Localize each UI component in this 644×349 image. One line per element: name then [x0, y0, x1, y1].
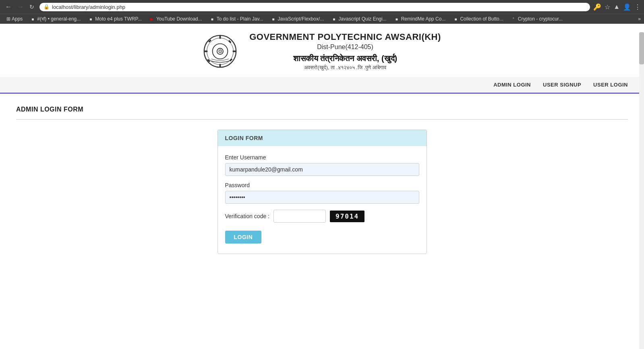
card-body: Enter Username Password Verification cod… — [218, 146, 427, 254]
apps-label: Apps — [12, 16, 23, 22]
card-header: LOGIN FORM — [218, 130, 427, 146]
site-nav: ADMIN LOGIN USER SIGNUP USER LOGIN — [0, 77, 644, 94]
bookmark-label-bk1: #(ৰf) • general-eng... — [37, 16, 81, 22]
logo-area: ⚙ — [203, 34, 237, 68]
back-button[interactable]: ← — [3, 2, 14, 11]
favicon-bk8: ■ — [453, 16, 458, 22]
browser-icons: 🔑 ☆ ▲ 👤 ⋮ — [593, 3, 641, 11]
address-bar[interactable]: 🔒 localhost/library/adminlogin.php — [39, 3, 590, 11]
bookmark-bk6[interactable]: ■ Javascript Quiz Engi... — [328, 15, 389, 23]
password-label: Password — [225, 182, 419, 188]
bookmark-label-bk4: To do list - Plain Jav... — [217, 16, 263, 22]
form-section-title: ADMIN LOGIN FORM — [16, 106, 628, 113]
scrollbar-thumb[interactable] — [639, 32, 644, 64]
bookmarks-bar: ⊞ Apps ■ #(ৰf) • general-eng... ■ Moto e… — [0, 14, 644, 24]
bookmark-bk1[interactable]: ■ #(ৰf) • general-eng... — [27, 15, 84, 23]
forward-button[interactable]: → — [15, 2, 26, 11]
favicon-bk9: * — [511, 16, 516, 22]
svg-text:⚙: ⚙ — [218, 48, 223, 54]
favicon-bk2: ■ — [88, 16, 93, 22]
username-group: Enter Username — [225, 154, 419, 176]
bookmark-bk7[interactable]: ■ RemindMe App Co... — [391, 15, 449, 23]
nav-user-login[interactable]: USER LOGIN — [593, 82, 628, 88]
verification-code-display: 97014 — [330, 211, 364, 222]
username-input[interactable] — [225, 163, 419, 176]
profile-icon[interactable]: 👤 — [623, 3, 631, 11]
bookmark-bk8[interactable]: ■ Collection of Butto... — [449, 15, 506, 23]
verification-label: Verification code : — [225, 213, 270, 219]
nav-admin-login[interactable]: ADMIN LOGIN — [493, 82, 531, 88]
username-label: Enter Username — [225, 154, 419, 161]
login-button[interactable]: LOGIN — [225, 231, 262, 244]
bookmarks-more[interactable]: » — [638, 16, 641, 22]
apps-grid-icon: ⊞ — [6, 16, 10, 22]
svg-rect-3 — [219, 64, 221, 67]
favicon-bk4: ■ — [209, 16, 215, 22]
bookmark-bk4[interactable]: ■ To do list - Plain Jav... — [206, 15, 267, 23]
favicon-bk7: ■ — [394, 16, 400, 22]
nav-user-signup[interactable]: USER SIGNUP — [543, 82, 581, 88]
bookmark-label-bk2: Moto e4 plus TWRP... — [95, 16, 142, 22]
password-group: Password — [225, 182, 419, 204]
lock-icon: 🔒 — [43, 4, 50, 10]
refresh-button[interactable]: ↻ — [27, 3, 36, 11]
bookmark-label-bk7: RemindMe App Co... — [401, 16, 446, 22]
bookmark-bk3[interactable]: ▶ YouTube Download... — [146, 15, 205, 23]
menu-icon[interactable]: ⋮ — [634, 3, 641, 11]
header-subtitle-mr: अवसरो(खुर्द), ता .४१२४०५ .जि .पुणे आंबेग… — [249, 64, 441, 71]
password-input[interactable] — [225, 191, 419, 204]
browser-chrome: ← → ↻ 🔒 localhost/library/adminlogin.php… — [0, 0, 644, 24]
verification-row: Verification code : 97014 — [225, 210, 419, 223]
svg-rect-2 — [219, 36, 221, 39]
favicon-bk5: ■ — [271, 16, 276, 22]
svg-rect-7 — [228, 40, 232, 43]
login-card: LOGIN FORM Enter Username Password Verif… — [217, 130, 427, 254]
browser-titlebar: ← → ↻ 🔒 localhost/library/adminlogin.php… — [0, 0, 644, 14]
key-icon[interactable]: 🔑 — [593, 3, 601, 11]
header-text: GOVERNMENT POLYTECHNIC AWSARI(KH) Dist-P… — [249, 32, 441, 71]
site-header: ⚙ GOVERNMENT POLYTECHNIC AWSARI(KH) Dist… — [0, 24, 644, 77]
apps-bookmark[interactable]: ⊞ Apps — [3, 15, 26, 23]
bookmark-bk2[interactable]: ■ Moto e4 plus TWRP... — [85, 15, 145, 23]
favicon-bk3: ▶ — [149, 16, 155, 22]
bookmark-label-bk6: Javascript Quiz Engi... — [338, 16, 386, 22]
institute-logo: ⚙ — [203, 34, 237, 68]
favicon-bk6: ■ — [331, 16, 337, 22]
svg-rect-4 — [205, 51, 208, 52]
favicon-bk1: ■ — [30, 16, 35, 22]
verification-input[interactable] — [273, 210, 326, 223]
header-title-mr: शासकीय तंत्रनिकेतन अवसरी, (खुर्द) — [249, 54, 441, 63]
bookmark-bk9[interactable]: * Crypton - cryptocur... — [507, 15, 566, 23]
header-subtitle-en: Dist-Pune(412-405) — [249, 43, 441, 51]
nav-controls: ← → ↻ — [3, 2, 36, 11]
bookmark-label-bk9: Crypton - cryptocur... — [518, 16, 563, 22]
title-divider — [16, 119, 628, 120]
main-content: ADMIN LOGIN FORM LOGIN FORM Enter Userna… — [0, 94, 644, 266]
star-icon[interactable]: ☆ — [605, 3, 610, 11]
page-content: ⚙ GOVERNMENT POLYTECHNIC AWSARI(KH) Dist… — [0, 24, 644, 341]
bookmark-label-bk5: JavaScript/Flexbox/... — [278, 16, 324, 22]
shield-icon[interactable]: ▲ — [613, 3, 620, 10]
svg-rect-5 — [233, 51, 236, 52]
bookmark-label-bk8: Collection of Butto... — [460, 16, 503, 22]
header-title-en: GOVERNMENT POLYTECHNIC AWSARI(KH) — [249, 32, 441, 42]
bookmark-label-bk3: YouTube Download... — [156, 16, 202, 22]
bookmark-bk5[interactable]: ■ JavaScript/Flexbox/... — [267, 15, 327, 23]
address-text: localhost/library/adminlogin.php — [52, 4, 586, 10]
scrollbar[interactable] — [639, 32, 644, 341]
